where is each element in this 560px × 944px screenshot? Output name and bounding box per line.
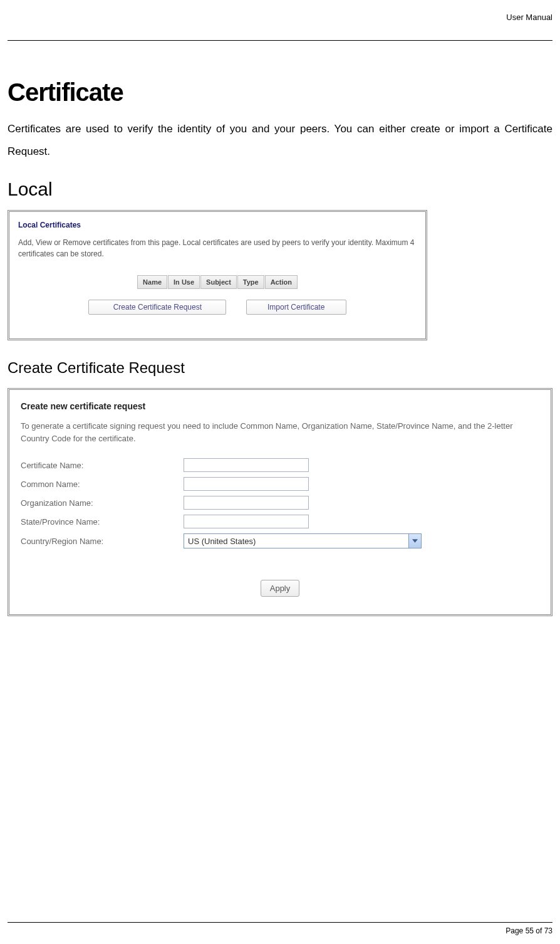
label-common-name: Common Name: [21,480,184,489]
apply-button[interactable]: Apply [261,580,300,597]
panel1-desc: Add, View or Remove certificates from th… [18,237,417,260]
col-subject: Subject [200,275,237,289]
col-action: Action [265,275,298,289]
footer-divider [8,922,552,923]
panel2-desc: To generate a certificate signing reques… [21,420,539,444]
create-cert-request-button[interactable]: Create Certificate Request [88,300,226,315]
common-name-input[interactable] [184,477,309,491]
label-state-name: State/Province Name: [21,517,184,527]
certificates-table: Name In Use Subject Type Action [137,275,298,290]
col-inuse: In Use [168,275,200,289]
certificate-name-input[interactable] [184,458,309,472]
country-select-value: US (United States) [188,537,256,546]
label-country-name: Country/Region Name: [21,537,184,546]
panel2-title: Create new certificate request [21,401,539,411]
local-certificates-panel: Local Certificates Add, View or Remove c… [8,210,427,340]
section-create-heading: Create Certificate Request [8,359,552,377]
label-cert-name: Certificate Name: [21,461,184,470]
create-cert-request-panel: Create new certificate request To genera… [8,388,552,616]
col-type: Type [237,275,264,289]
col-name: Name [137,275,167,289]
organization-name-input[interactable] [184,496,309,510]
panel1-title: Local Certificates [18,221,417,229]
chevron-down-icon [408,534,421,548]
country-select[interactable]: US (United States) [184,533,422,548]
state-name-input[interactable] [184,515,309,528]
import-cert-button[interactable]: Import Certificate [246,300,346,315]
header-label: User Manual [506,13,552,22]
section-local-heading: Local [8,179,552,200]
header-divider [8,40,552,41]
page-number: Page 55 of 73 [506,926,552,935]
intro-text: Certificates are used to verify the iden… [8,118,552,162]
label-org-name: Organization Name: [21,498,184,508]
page-title: Certificate [8,78,552,107]
